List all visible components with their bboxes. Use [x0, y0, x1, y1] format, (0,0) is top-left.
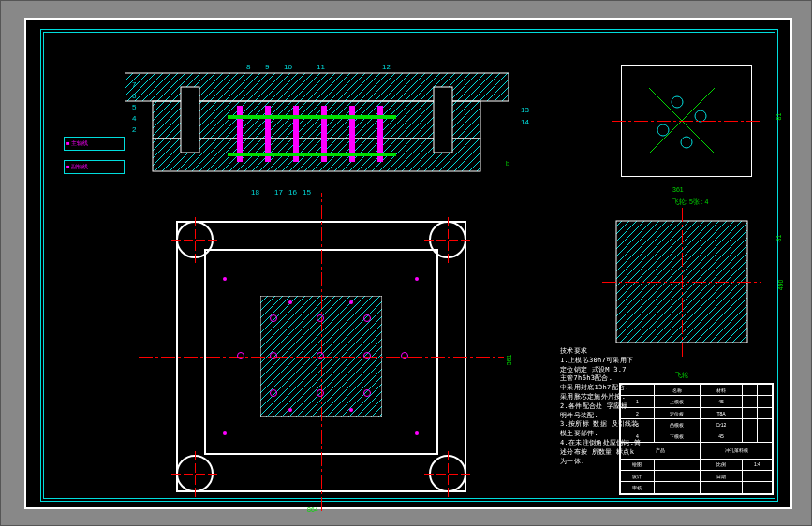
callout-9: 9	[265, 63, 269, 71]
callout-18: 18	[251, 188, 259, 197]
pin-hole	[270, 314, 277, 322]
callout-10: 10	[284, 63, 292, 71]
dim-d1-w: 361	[672, 186, 684, 193]
aux-note-2: ■ 副轴线	[64, 160, 125, 174]
detail-view-2	[612, 216, 766, 357]
dim-plan-width: 864	[307, 506, 318, 513]
svg-rect-12	[228, 153, 396, 156]
section-arrow-b: b	[506, 160, 509, 167]
dim-d1-h: 81	[775, 113, 782, 121]
dim-d2-h: 490	[777, 280, 784, 291]
pin-hole	[401, 352, 408, 359]
title-block: 名称材料 1上模板45 2定位板T8A 3凸模板Cr12 4下模板45 产品冲孔…	[619, 383, 774, 495]
drawing-canvas[interactable]: ■ 主轴线 ■ 副轴线	[24, 18, 792, 509]
callout-4: 4	[132, 114, 136, 123]
callout-7: 7	[132, 80, 136, 89]
dim-d2-w: 81	[775, 235, 782, 242]
pin-hole	[270, 389, 277, 397]
pin-hole	[317, 314, 324, 322]
callout-6: 6	[132, 92, 136, 100]
callout-14: 14	[521, 118, 529, 126]
detail1-label: 飞轮: 5张 : 4	[672, 197, 709, 207]
note-header: 技术要求	[560, 347, 691, 357]
pin-hole	[317, 389, 324, 397]
pin-hole	[270, 352, 277, 359]
svg-rect-3	[181, 87, 199, 153]
pin-hole	[363, 352, 371, 359]
callout-12: 12	[382, 63, 391, 71]
section-view	[125, 59, 509, 185]
pin-hole	[317, 352, 324, 359]
svg-rect-11	[228, 115, 396, 119]
svg-rect-4	[434, 87, 452, 153]
cad-viewport: ■ 主轴线 ■ 副轴线	[0, 0, 812, 526]
callout-11: 11	[317, 63, 325, 71]
plan-view	[157, 202, 485, 502]
dim-plan-height: 361	[506, 355, 512, 366]
pin-hole	[363, 314, 371, 322]
callout-15: 15	[303, 188, 311, 197]
detail-view-1	[612, 55, 771, 191]
callout-17: 17	[274, 188, 283, 197]
aux-note-1: ■ 主轴线	[64, 137, 125, 151]
pin-hole	[237, 352, 244, 359]
callout-5: 5	[132, 103, 136, 111]
callout-8: 8	[246, 63, 250, 71]
callout-13: 13	[521, 106, 529, 114]
pin-hole	[363, 389, 371, 397]
callout-2: 2	[132, 125, 136, 134]
section-hatch-svg	[125, 59, 509, 185]
svg-rect-1	[153, 101, 480, 139]
callout-16: 16	[288, 188, 297, 197]
